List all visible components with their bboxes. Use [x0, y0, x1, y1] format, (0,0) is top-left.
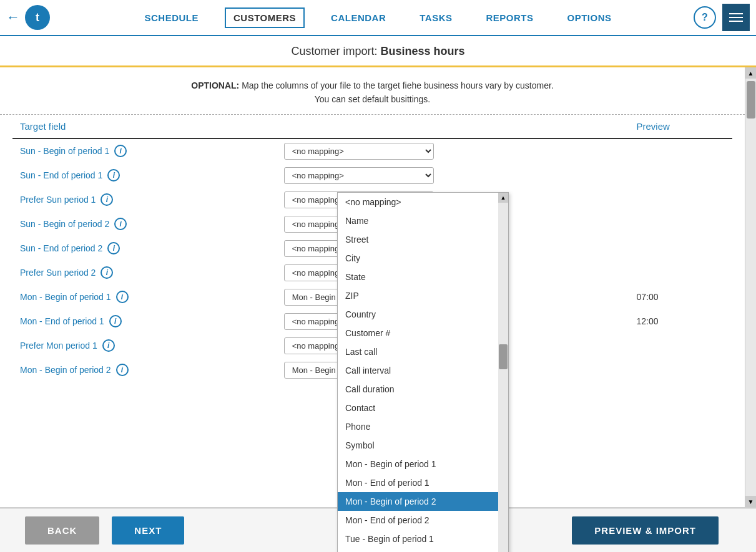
nav-reports[interactable]: REPORTS [478, 9, 541, 27]
nav-items: SCHEDULE CUSTOMERS CALENDAR TASKS REPORT… [62, 7, 694, 28]
target-cell-content: Prefer Sun period 2i [20, 266, 269, 279]
nav-right: ? [694, 4, 750, 31]
footer-left-buttons: BACK NEXT [25, 516, 184, 545]
target-field-label: Sun - Begin of period 2 [20, 219, 109, 229]
target-cell-content: Prefer Sun period 1i [20, 193, 269, 206]
dropdown-item[interactable]: Contact [338, 399, 498, 417]
nav-options[interactable]: OPTIONS [560, 9, 619, 27]
preview-cell [629, 236, 732, 261]
optional-line2: You can set default busittings. [19, 92, 726, 106]
dropdown-item[interactable]: Name [338, 211, 498, 230]
dropdown-item[interactable]: Call interval [338, 361, 498, 380]
optional-block: OPTIONAL: Map the columns of your file t… [0, 67, 745, 115]
dropdown-item[interactable]: Mon - End of period 2 [338, 511, 498, 530]
preview-cell [629, 212, 732, 236]
dropdown-item[interactable]: Tue - Begin of period 1 [338, 530, 498, 548]
dropdown-scrollbar[interactable]: ▲ ▼ [498, 193, 508, 552]
preview-cell [629, 138, 732, 163]
scroll-thumb[interactable] [747, 81, 755, 119]
menu-button[interactable] [722, 4, 750, 31]
dropdown-item[interactable]: Tue - End of period 1 [338, 548, 498, 552]
target-cell-content: Sun - Begin of period 2i [20, 218, 269, 230]
info-icon[interactable]: i [116, 291, 129, 303]
optional-text2: You can set default busi [315, 94, 407, 104]
target-cell-content: Mon - Begin of period 2i [20, 364, 269, 376]
right-scrollbar[interactable]: ▲ ▼ [745, 67, 756, 507]
optional-text-right: he business hours vary by customer. [412, 80, 554, 90]
info-icon[interactable]: i [101, 266, 113, 279]
info-icon[interactable]: i [114, 218, 127, 230]
dropdown-item[interactable]: Mon - Begin of period 2 [338, 492, 498, 511]
dropdown-item[interactable]: State [338, 268, 498, 286]
nav-tasks[interactable]: TASKS [412, 9, 459, 27]
dropdown-scroll-thumb [499, 344, 508, 369]
target-field-label: Sun - End of period 2 [20, 243, 102, 253]
page-title-bold: Business hours [381, 45, 465, 57]
info-icon[interactable]: i [109, 315, 122, 327]
dropdown-item[interactable]: Last call [338, 342, 498, 361]
dropdown-item[interactable]: Street [338, 230, 498, 249]
info-icon[interactable]: i [116, 364, 129, 376]
help-button[interactable]: ? [694, 6, 716, 29]
target-field-label: Mon - Begin of period 2 [20, 365, 111, 375]
info-icon[interactable]: i [107, 242, 120, 254]
dropdown-scroll-track [498, 203, 508, 552]
next-button[interactable]: NEXT [112, 516, 184, 545]
info-icon[interactable]: i [102, 339, 115, 352]
target-field-label: Prefer Sun period 2 [20, 268, 96, 278]
table-row: Sun - Begin of period 1i<no mapping> [12, 138, 732, 163]
target-cell-content: Prefer Mon period 1i [20, 339, 269, 352]
dropdown-item[interactable]: Country [338, 305, 498, 324]
preview-cell [629, 358, 732, 382]
main-area: OPTIONAL: Map the columns of your file t… [0, 67, 756, 507]
info-icon[interactable]: i [107, 169, 120, 182]
preview-import-button[interactable]: PREVIEW & IMPORT [572, 516, 719, 545]
nav-schedule[interactable]: SCHEDULE [137, 9, 206, 27]
page-title-bar: Customer import: Business hours [0, 36, 756, 67]
scroll-down-arrow[interactable]: ▼ [745, 496, 756, 507]
target-field-cell: Prefer Mon period 1i [12, 334, 277, 358]
dropdown-list[interactable]: <no mapping>NameStreetCityStateZIPCountr… [338, 193, 498, 552]
back-button[interactable]: BACK [25, 516, 99, 545]
scroll-up-arrow[interactable]: ▲ [745, 67, 756, 79]
dropdown-scroll-up[interactable]: ▲ [498, 193, 508, 203]
dropdown-item[interactable]: <no mapping> [338, 193, 498, 211]
logo: t [25, 5, 50, 30]
page-title-prefix: Customer import: [291, 45, 380, 57]
mapping-select[interactable]: <no mapping> [284, 167, 434, 184]
target-field-label: Prefer Sun period 1 [20, 195, 96, 205]
target-field-cell: Mon - Begin of period 2i [12, 358, 277, 382]
optional-label: OPTIONAL: [191, 80, 239, 90]
target-field-cell: Sun - End of period 2i [12, 236, 277, 261]
header: ← t SCHEDULE CUSTOMERS CALENDAR TASKS RE… [0, 0, 756, 36]
nav-customers[interactable]: CUSTOMERS [225, 7, 305, 28]
optional-text1: Map the columns of your file to the targ… [239, 80, 411, 90]
mapping-select-cell: <no mapping> [277, 138, 629, 163]
menu-line-2 [729, 17, 743, 18]
dropdown-item[interactable]: ZIP [338, 286, 498, 305]
dropdown-item[interactable]: Symbol [338, 436, 498, 455]
dropdown-item[interactable]: Call duration [338, 380, 498, 399]
info-icon[interactable]: i [101, 193, 113, 206]
preview-cell: 07:00 [629, 285, 732, 309]
nav-calendar[interactable]: CALENDAR [323, 9, 393, 27]
dropdown-item[interactable]: Customer # [338, 324, 498, 342]
dropdown-item[interactable]: City [338, 249, 498, 268]
dropdown-item[interactable]: Mon - Begin of period 1 [338, 455, 498, 473]
target-field-cell: Prefer Sun period 2i [12, 261, 277, 285]
dropdown-item[interactable]: Mon - End of period 1 [338, 473, 498, 492]
target-cell-content: Mon - Begin of period 1i [20, 291, 269, 303]
target-field-cell: Mon - Begin of period 1i [12, 285, 277, 309]
mapping-select[interactable]: <no mapping> [284, 143, 434, 160]
dropdown-item[interactable]: Phone [338, 417, 498, 436]
optional-line1: OPTIONAL: Map the columns of your file t… [19, 79, 726, 92]
footer-right-buttons: PREVIEW & IMPORT [572, 516, 731, 545]
target-field-cell: Prefer Sun period 1i [12, 188, 277, 212]
info-icon[interactable]: i [114, 145, 127, 157]
menu-line-1 [729, 13, 743, 14]
target-cell-content: Sun - Begin of period 1i [20, 145, 269, 157]
back-nav-button[interactable]: ← [6, 9, 20, 26]
target-field-label: Prefer Mon period 1 [20, 341, 97, 351]
target-cell-content: Sun - End of period 1i [20, 169, 269, 182]
preview-cell [629, 163, 732, 188]
